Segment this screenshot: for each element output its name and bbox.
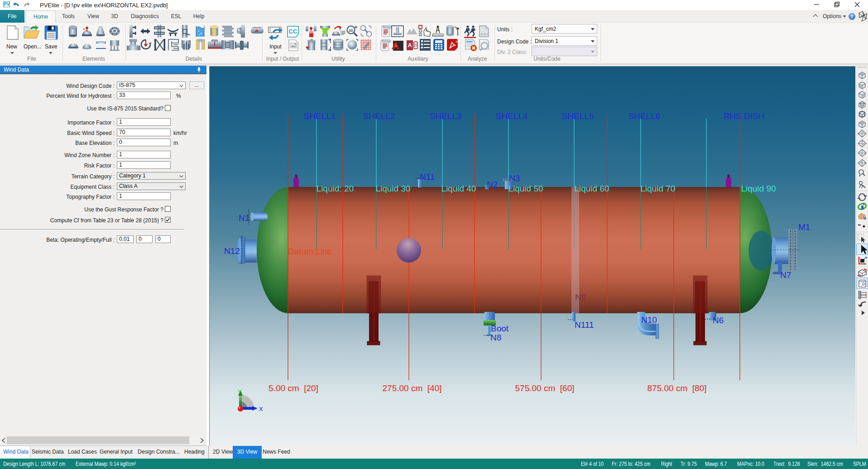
- svg-text:A: A: [408, 42, 412, 48]
- svg-text:Liquid 50: Liquid 50: [508, 184, 543, 193]
- svg-text:N1: N1: [239, 213, 249, 223]
- svg-text:Liquid 70: Liquid 70: [640, 184, 675, 193]
- svg-text:5.00 cm [20]: 5.00 cm [20]: [269, 383, 318, 393]
- svg-text:SHELL2: SHELL2: [363, 111, 395, 121]
- svg-text:N6: N6: [713, 316, 724, 325]
- svg-text:SHELL1: SHELL1: [304, 111, 336, 121]
- svg-text:X: X: [259, 406, 263, 412]
- svg-text:N11: N11: [420, 172, 435, 182]
- svg-text:N10: N10: [641, 315, 657, 325]
- svg-text:875.00 cm [80]: 875.00 cm [80]: [647, 383, 707, 393]
- svg-text:N8: N8: [490, 333, 501, 342]
- svg-text:M1: M1: [798, 222, 810, 232]
- svg-text:3D: 3D: [456, 40, 458, 43]
- svg-text:Datum Line: Datum Line: [288, 247, 332, 256]
- svg-text:Liquid 90: Liquid 90: [741, 184, 776, 193]
- svg-text:Liquid 40: Liquid 40: [441, 184, 476, 193]
- svg-text:N7: N7: [780, 270, 791, 280]
- svg-text:2D: 2D: [349, 29, 353, 33]
- svg-text:Boot: Boot: [491, 324, 509, 333]
- svg-text:275.00 cm [40]: 275.00 cm [40]: [383, 383, 442, 393]
- svg-text:N9: N9: [575, 292, 586, 302]
- svg-text:Liquid: 20: Liquid: 20: [317, 184, 354, 193]
- svg-text:SHELL4: SHELL4: [496, 111, 528, 121]
- svg-text:SHELL6: SHELL6: [628, 111, 661, 121]
- svg-text:N3: N3: [509, 173, 520, 183]
- svg-text:Y: Y: [238, 388, 242, 395]
- svg-text:CC: CC: [289, 28, 297, 35]
- svg-text:575.00 cm [60]: 575.00 cm [60]: [515, 383, 575, 393]
- svg-text:SHELL5: SHELL5: [562, 111, 594, 121]
- svg-text:Liquid 30: Liquid 30: [375, 184, 410, 193]
- svg-text:N2: N2: [487, 180, 498, 189]
- svg-text:RHS DISH: RHS DISH: [724, 111, 765, 121]
- svg-text:N12: N12: [224, 246, 240, 256]
- svg-text:N111: N111: [575, 320, 594, 330]
- svg-text:SHELL3: SHELL3: [430, 111, 462, 121]
- svg-text:Liquid 60: Liquid 60: [574, 184, 609, 193]
